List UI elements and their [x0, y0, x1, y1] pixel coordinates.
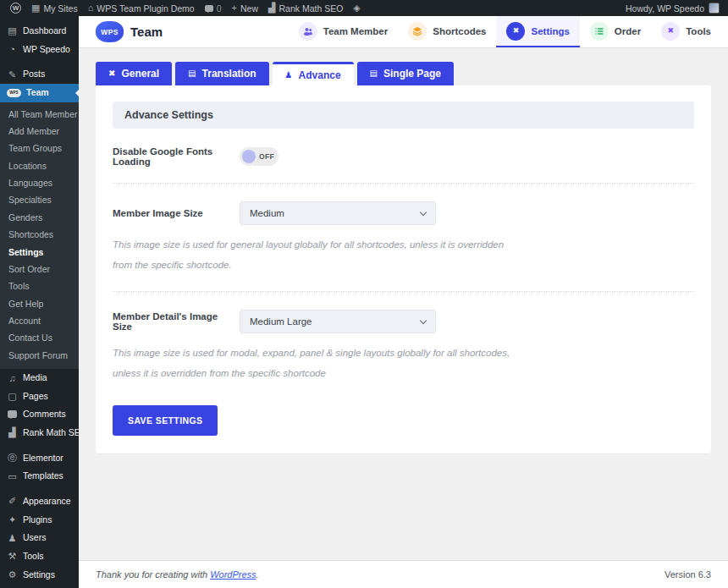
toggle-knob	[242, 150, 256, 163]
gear-icon: ⚙	[7, 570, 18, 580]
litespeed-menu[interactable]: ◈	[348, 0, 365, 16]
tab-label: Translation	[202, 68, 256, 80]
sidebar-item-wp-speedo[interactable]: ◔ WP Speedo	[0, 41, 79, 59]
user-avatar[interactable]	[709, 3, 720, 14]
google-fonts-row: Disable Google Fonts Loading OFF	[113, 146, 694, 167]
sidebar-item-pages[interactable]: ▢ Pages	[0, 387, 79, 406]
sidebar-label: Users	[23, 532, 46, 544]
member-image-size-help: This image size is used for general layo…	[113, 234, 517, 275]
sidebar-label: WP Speedo	[23, 44, 70, 56]
my-sites-menu[interactable]: ▦ My Sites	[26, 0, 83, 16]
sidebar-item-appearance[interactable]: ✐ Appearance	[0, 492, 79, 511]
submenu-support-forum[interactable]: Support Forum	[0, 347, 79, 364]
wordpress-logo-icon: W	[10, 3, 21, 14]
sidebar-item-elementor[interactable]: ⓔ Elementor	[0, 449, 79, 468]
tab-general[interactable]: ✖ General	[96, 62, 172, 85]
comments-shortcut[interactable]: 0	[200, 0, 227, 16]
rank-math-menu[interactable]: ▟ Rank Math SEO	[263, 0, 348, 16]
sidebar-item-plugins[interactable]: ✦ Plugins	[0, 511, 79, 530]
member-image-size-select[interactable]: Medium	[240, 201, 436, 225]
plugin-brand[interactable]: WPS Team	[96, 21, 163, 42]
save-settings-button[interactable]: SAVE SETTINGS	[113, 405, 218, 436]
nav-label: Tools	[686, 26, 711, 36]
sidebar-item-dashboard[interactable]: ▤ Dashboard	[0, 22, 79, 41]
submenu-get-help[interactable]: Get Help	[0, 295, 79, 312]
wrench-icon: ⚒	[7, 552, 18, 561]
nav-tools[interactable]: ✖ Tools	[651, 16, 721, 47]
nav-team-member[interactable]: Team Member	[289, 16, 398, 47]
wps-team-icon: WPS	[7, 89, 21, 97]
wps-logo-badge: WPS	[96, 21, 124, 42]
submenu-contact-us[interactable]: Contact Us	[0, 329, 79, 346]
rank-math-label: Rank Math SEO	[279, 3, 343, 14]
plugin-header: WPS Team Team Member Shortcodes ✖	[79, 16, 728, 47]
nav-shortcodes[interactable]: Shortcodes	[398, 16, 496, 47]
howdy-label[interactable]: Howdy, WP Speedo	[626, 3, 704, 14]
submenu-team-groups[interactable]: Team Groups	[0, 140, 79, 157]
wp-admin-sidebar: ▤ Dashboard ◔ WP Speedo ✎ Posts WPS Team…	[0, 16, 79, 588]
wp-version-label: Version 6.3	[665, 569, 711, 580]
shortcodes-layers-icon	[408, 22, 427, 41]
google-fonts-toggle[interactable]: OFF	[240, 147, 279, 166]
settings-content: ✖ General ▤ Translation ♟ Advance ▤ Sing…	[79, 47, 728, 560]
sidebar-item-tools[interactable]: ⚒ Tools	[0, 547, 79, 566]
sidebar-item-team[interactable]: WPS Team	[0, 84, 79, 102]
submenu-genders[interactable]: Genders	[0, 209, 79, 226]
footer-thanks-prefix: Thank you for creating with	[96, 569, 207, 580]
member-detail-image-size-label: Member Detail's Image Size	[113, 311, 240, 332]
nav-label: Team Member	[323, 26, 388, 36]
tab-advance-active[interactable]: ♟ Advance	[273, 62, 354, 85]
tools-cross-icon: ✖	[661, 22, 680, 41]
nav-order[interactable]: Order	[580, 16, 651, 47]
team-member-people-icon	[299, 22, 317, 41]
chevron-down-icon	[420, 317, 427, 324]
single-page-doc-icon: ▤	[370, 69, 378, 78]
submenu-languages[interactable]: Languages	[0, 174, 79, 191]
settings-tabs: ✖ General ▤ Translation ♟ Advance ▤ Sing…	[96, 62, 711, 85]
templates-icon: ▭	[7, 472, 18, 481]
wordpress-logo-button[interactable]: W	[5, 0, 26, 16]
submenu-tools[interactable]: Tools	[0, 278, 79, 294]
sidebar-item-rank-math[interactable]: ▟ Rank Math SEO	[0, 424, 79, 442]
nav-settings-active[interactable]: ✖ Settings	[496, 16, 579, 47]
sidebar-separator	[0, 442, 79, 449]
sidebar-label: Tools	[23, 551, 44, 563]
submenu-locations[interactable]: Locations	[0, 157, 79, 174]
submenu-sort-order[interactable]: Sort Order	[0, 261, 79, 278]
site-name-menu[interactable]: ⌂ WPS Team Plugin Demo	[83, 0, 200, 16]
sidebar-item-media[interactable]: ♫ Media	[0, 369, 79, 387]
sidebar-item-posts[interactable]: ✎ Posts	[0, 65, 79, 84]
dashboard-icon: ▤	[7, 26, 18, 36]
tab-single-page[interactable]: ▤ Single Page	[357, 62, 454, 85]
sidebar-item-wp-mail-smtp[interactable]: ✉ WP Mail SMTP	[0, 584, 79, 588]
submenu-shortcodes[interactable]: Shortcodes	[0, 226, 79, 243]
plugin-icon: ✦	[7, 515, 18, 525]
toggle-state-label: OFF	[259, 152, 274, 161]
submenu-specialties[interactable]: Specialties	[0, 191, 79, 208]
tab-label: General	[121, 68, 159, 80]
new-label: New	[240, 3, 258, 14]
sidebar-item-settings[interactable]: ⚙ Settings	[0, 566, 79, 585]
sidebar-separator	[0, 58, 79, 65]
submenu-settings-current[interactable]: Settings	[0, 244, 79, 261]
nav-label: Settings	[531, 26, 569, 36]
sidebar-separator	[0, 486, 79, 492]
footer-period: .	[256, 569, 259, 580]
sidebar-item-comments[interactable]: Comments	[0, 405, 79, 424]
submenu-add-member[interactable]: Add Member	[0, 123, 79, 140]
submenu-all-team-member[interactable]: All Team Member	[0, 106, 79, 123]
footer-thanks-text: Thank you for creating with WordPress.	[96, 569, 259, 580]
chart-icon: ▟	[268, 3, 275, 13]
sidebar-item-users[interactable]: ♟ Users	[0, 529, 79, 547]
plugin-brand-name: Team	[130, 25, 163, 39]
tab-translation[interactable]: ▤ Translation	[175, 62, 268, 85]
my-sites-label: My Sites	[43, 3, 77, 14]
new-content-menu[interactable]: + New	[227, 0, 263, 16]
member-detail-image-size-select[interactable]: Medium Large	[240, 310, 436, 333]
settings-tools-icon: ✖	[506, 22, 525, 41]
sidebar-label: Posts	[23, 69, 45, 80]
wordpress-link[interactable]: WordPress	[210, 569, 256, 580]
litespeed-diamond-icon: ◈	[353, 3, 360, 13]
sidebar-item-templates[interactable]: ▭ Templates	[0, 467, 79, 486]
submenu-account[interactable]: Account	[0, 312, 79, 329]
